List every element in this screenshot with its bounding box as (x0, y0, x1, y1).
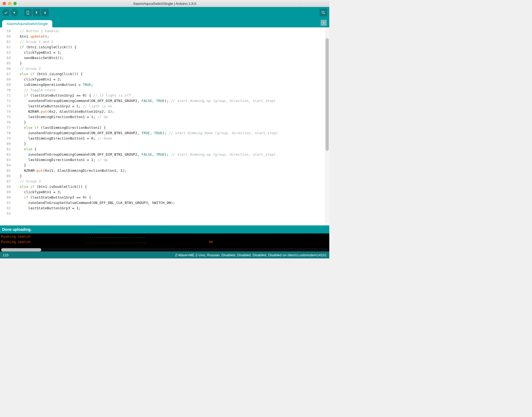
arrow-up-icon (35, 11, 38, 14)
code-line: // Group 1 and 2 (16, 39, 325, 45)
svg-point-0 (322, 11, 324, 13)
code-line: else if (btn1.isLongClick()) { (16, 71, 325, 77)
code-line: zunoSendToGroupDimmingCommand(ON_OFF_DIM… (16, 130, 325, 136)
status-bar: Done uploading. (0, 225, 329, 233)
window-controls (3, 2, 17, 5)
window-title: XiaomiAquraSwitchSingle | Arduino 1.8.5 (0, 2, 329, 6)
line-number: 71 (0, 93, 11, 98)
bottom-bar: 115 Z-Wave>ME Z-Uno, Russian, Disabled, … (0, 251, 329, 258)
line-number: 67 (0, 71, 11, 77)
code-line: zunoSendToGroupDimmingCommand(ON_OFF_DIM… (16, 152, 325, 157)
check-icon (4, 11, 8, 14)
arrow-down-icon (43, 11, 47, 14)
line-number: 92 (0, 206, 11, 211)
line-number: 75 (0, 114, 11, 120)
open-sketch-button[interactable] (33, 9, 40, 16)
code-line: } (16, 163, 325, 168)
upload-button[interactable] (11, 9, 18, 16)
code-line: isDimmingOperationButton1 = TRUE; (16, 82, 325, 87)
line-number: 69 (0, 82, 11, 87)
tab-menu-button[interactable] (321, 20, 327, 26)
line-number: 68 (0, 77, 11, 82)
line-number: 89 (0, 189, 11, 195)
line-number: 85 (0, 168, 11, 173)
serial-monitor-button[interactable] (320, 9, 327, 16)
horizontal-scrollbar[interactable] (1, 248, 328, 251)
line-number: 76 (0, 120, 11, 125)
code-line: lastStateButton1Grp2 = 1; // ligth is on (16, 104, 325, 109)
line-number: 66 (0, 66, 11, 71)
code-line: // Group 2 (16, 66, 325, 71)
console-output[interactable]: Pushing sketch .........................… (0, 233, 329, 251)
pane-drag-handle[interactable]: • (0, 223, 329, 225)
board-port-indicator: Z-Wave>ME Z-Uno, Russian, Disabled, Disa… (175, 253, 327, 257)
code-line: } (16, 141, 325, 147)
line-number: 60 (0, 34, 11, 39)
line-number: 81 (0, 147, 11, 152)
line-number: 61 (0, 39, 11, 45)
line-number: 64 (0, 55, 11, 61)
code-line: if (btn1.isSingleClick()) { (16, 45, 325, 50)
file-icon (26, 11, 30, 14)
verify-button[interactable] (2, 9, 10, 16)
code-area[interactable]: // Button 1 handler btn1.update(); // Gr… (13, 27, 325, 223)
line-number: 78 (0, 130, 11, 136)
chevron-down-icon (322, 21, 325, 24)
tabbar: XiaomiAquraSwitchSingle (0, 18, 329, 27)
line-number: 87 (0, 179, 11, 184)
code-line: lastDimmingDirectionButton1 = 1; // Up (16, 157, 325, 163)
code-line: zunoSendToGroupSetValueCommand(ON_OFF_DB… (16, 200, 325, 206)
magnifier-icon (321, 10, 326, 15)
line-number-indicator: 115 (3, 253, 9, 257)
line-number: 70 (0, 87, 11, 93)
toolbar (0, 7, 329, 18)
line-number: 84 (0, 163, 11, 168)
scrollbar-thumb[interactable] (1, 248, 41, 251)
code-line: sendBasicSetBtn1(); (16, 55, 325, 61)
minimize-icon[interactable] (8, 2, 11, 5)
code-line: else if (btn1.isDoubleClick()) { (16, 184, 325, 189)
line-number: 77 (0, 125, 11, 130)
line-number: 90 (0, 195, 11, 200)
code-line: // Button 1 handler (16, 28, 325, 34)
line-number: 59 (0, 28, 11, 34)
line-number: 86 (0, 173, 11, 179)
line-number: 91 (0, 200, 11, 206)
line-number: 82 (0, 152, 11, 157)
code-line: btn1.update(); (16, 34, 325, 39)
code-line: // Toggle state (16, 87, 325, 93)
code-line: } (16, 173, 325, 179)
line-number: 72 (0, 98, 11, 104)
code-line: if (lastStateButton1Grp2 == 0) { // if l… (16, 93, 325, 98)
code-line: } (16, 61, 325, 66)
line-number: 88 (0, 184, 11, 189)
code-line: zunoSendToGroupDimmingCommand(ON_OFF_DIM… (16, 98, 325, 104)
status-text: Done uploading. (2, 227, 32, 232)
close-icon[interactable] (3, 2, 6, 5)
code-line: else if (lastDimmingDirectionButton1) { (16, 125, 325, 130)
vertical-scrollbar[interactable] (325, 27, 329, 223)
code-line: lastDimmingDirectionButton1 = 0; // Down (16, 136, 325, 141)
editor: 5960616263646566676869707172737475767778… (0, 27, 329, 223)
line-number: 80 (0, 141, 11, 147)
line-number: 65 (0, 61, 11, 66)
line-number: 79 (0, 136, 11, 141)
scrollbar-thumb[interactable] (326, 38, 329, 151)
save-sketch-button[interactable] (41, 9, 49, 16)
line-number: 93 (0, 211, 11, 216)
code-line: lastStateButton1Grp3 = 1; (16, 206, 325, 211)
code-line: // Group 3 (16, 179, 325, 184)
code-line: else { (16, 147, 325, 152)
new-sketch-button[interactable] (24, 9, 32, 16)
console-line: Pushing sketch .........................… (1, 239, 328, 245)
line-number: 83 (0, 157, 11, 163)
tab-sketch[interactable]: XiaomiAquraSwitchSingle (2, 20, 52, 27)
console-line: Pushing sketch .........................… (1, 234, 328, 239)
zoom-icon[interactable] (13, 2, 17, 5)
titlebar: XiaomiAquraSwitchSingle | Arduino 1.8.5 (0, 0, 329, 7)
code-line: lastDimmingDirectionButton1 = 1; // Up (16, 114, 325, 120)
code-line: if (lastStateButton1Grp3 == 0) { (16, 195, 325, 200)
code-line: clickTypeBtn1 = 1; (16, 50, 325, 55)
code-line: NZRAM.put(0x2, &lastStateButton1Grp2, 1)… (16, 109, 325, 114)
arrow-right-icon (13, 11, 16, 14)
